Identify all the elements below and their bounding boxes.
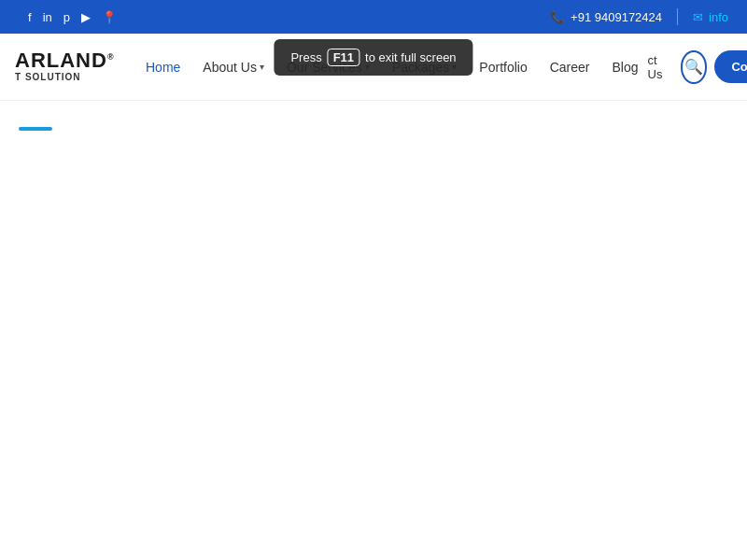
contact-us-label-text: ct Us xyxy=(648,53,669,81)
search-icon: 🔍 xyxy=(684,58,703,76)
nav-item-about[interactable]: About Us ▾ xyxy=(193,52,274,82)
email-contact[interactable]: ✉ info xyxy=(693,10,728,24)
nav-item-portfolio[interactable]: Portfolio xyxy=(470,52,536,82)
phone-number: +91 9409172424 xyxy=(571,10,662,24)
email-address: info xyxy=(709,10,728,24)
facebook-icon[interactable]: f xyxy=(28,10,32,24)
nav-item-career[interactable]: Career xyxy=(541,52,599,82)
linkedin-icon[interactable]: in xyxy=(43,10,52,24)
logo[interactable]: ARLAND® T SOLUTION xyxy=(15,50,108,83)
location-icon: 📍 xyxy=(102,10,117,24)
youtube-icon[interactable]: ▶ xyxy=(81,10,91,24)
social-icons: f in p ▶ 📍 xyxy=(28,10,117,24)
nav-item-home[interactable]: Home xyxy=(136,52,190,82)
fullscreen-toast: Press F11 to exit full screen xyxy=(274,39,472,76)
logo-text-bottom: T SOLUTION xyxy=(15,71,108,83)
phone-icon: 📞 xyxy=(550,10,565,24)
top-bar-contact: 📞 +91 9409172424 ✉ info xyxy=(550,8,728,25)
nav-actions: ct Us 🔍 Contact Us xyxy=(648,50,747,84)
toast-key: F11 xyxy=(328,49,359,66)
divider xyxy=(677,8,678,25)
phone-contact[interactable]: 📞 +91 9409172424 xyxy=(550,10,662,24)
search-button[interactable]: 🔍 xyxy=(681,50,708,84)
nav-item-blog[interactable]: Blog xyxy=(603,52,648,82)
contact-button[interactable]: Contact Us xyxy=(714,50,747,83)
toast-prefix: Press xyxy=(290,50,321,64)
toast-suffix: to exit full screen xyxy=(365,50,457,64)
pinterest-icon[interactable]: p xyxy=(63,10,70,24)
chevron-down-icon: ▾ xyxy=(260,62,264,72)
top-bar: f in p ▶ 📍 📞 +91 9409172424 ✉ info xyxy=(0,0,747,34)
logo-text-top: ARLAND® xyxy=(15,50,108,71)
email-icon: ✉ xyxy=(693,10,703,24)
page-content xyxy=(0,101,747,560)
page-underline-decoration xyxy=(19,127,52,131)
